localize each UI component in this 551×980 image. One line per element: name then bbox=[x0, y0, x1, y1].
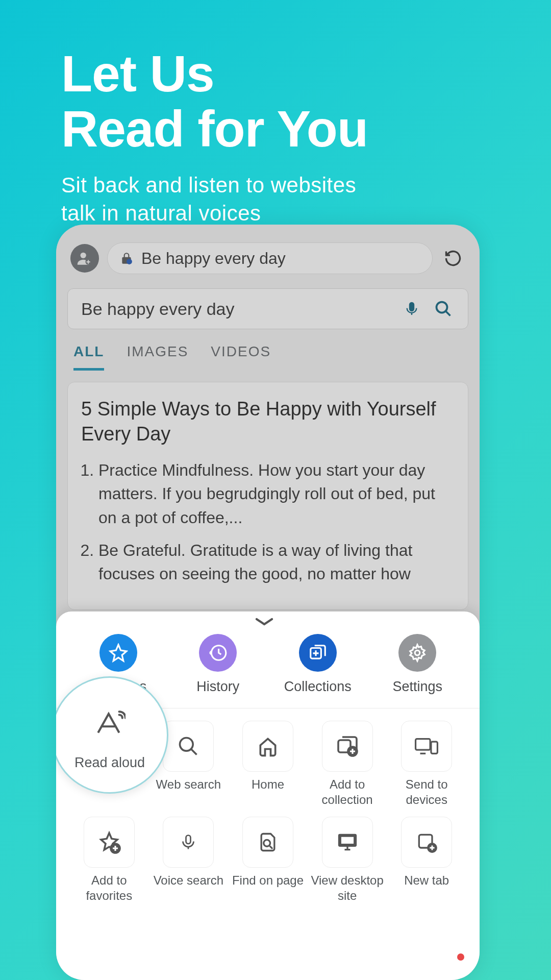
svg-point-8 bbox=[180, 738, 193, 751]
home-label: Home bbox=[252, 777, 284, 807]
read-aloud-icon bbox=[85, 700, 135, 747]
home-button[interactable]: Home bbox=[230, 721, 306, 807]
send-devices-label: Send to devices bbox=[389, 777, 464, 807]
tab-all[interactable]: ALL bbox=[73, 344, 104, 371]
promo-header: Let Us Read for You Sit back and listen … bbox=[0, 0, 551, 227]
reload-icon bbox=[444, 249, 462, 267]
search-icon bbox=[434, 300, 453, 318]
desktop-icon bbox=[322, 817, 373, 868]
voice-search-label: Voice search bbox=[154, 873, 223, 903]
settings-button[interactable]: Settings bbox=[382, 634, 453, 695]
svg-rect-17 bbox=[340, 836, 355, 845]
address-bar[interactable]: Be happy every day bbox=[107, 242, 433, 274]
phone-frame: Be happy every day Be happy every day AL… bbox=[56, 225, 480, 980]
new-tab-button[interactable]: New tab bbox=[389, 817, 464, 903]
reload-button[interactable] bbox=[441, 246, 465, 271]
svg-point-4 bbox=[437, 302, 447, 313]
collections-label: Collections bbox=[284, 679, 352, 695]
read-aloud-highlight[interactable]: Read aloud bbox=[56, 676, 168, 794]
view-desktop-label: View desktop site bbox=[310, 873, 385, 903]
site-lock-icon bbox=[120, 251, 133, 266]
new-tab-label: New tab bbox=[404, 873, 449, 903]
home-icon bbox=[242, 721, 293, 772]
find-page-label: Find on page bbox=[232, 873, 304, 903]
star-icon bbox=[99, 634, 137, 672]
search-input-text: Be happy every day bbox=[81, 299, 391, 319]
microphone-icon bbox=[404, 299, 420, 318]
hero-title: Let Us Read for You bbox=[61, 46, 490, 156]
result-title: 5 Simple Ways to Be Happy with Yourself … bbox=[81, 397, 455, 447]
view-desktop-site-button[interactable]: View desktop site bbox=[310, 817, 385, 903]
sheet-drag-handle[interactable] bbox=[253, 617, 283, 627]
web-search-label: Web search bbox=[156, 777, 221, 807]
add-favorites-label: Add to favorites bbox=[71, 873, 147, 903]
find-on-page-button[interactable]: Find on page bbox=[230, 817, 306, 903]
collections-button[interactable]: Collections bbox=[282, 634, 354, 695]
hero-subtitle: Sit back and listen to websites talk in … bbox=[61, 172, 490, 227]
address-bar-text: Be happy every day bbox=[141, 249, 286, 268]
star-add-icon bbox=[84, 817, 135, 868]
history-label: History bbox=[196, 679, 239, 695]
add-to-favorites-button[interactable]: Add to favorites bbox=[71, 817, 147, 903]
hero-title-line2: Read for You bbox=[61, 100, 368, 157]
devices-icon bbox=[401, 721, 452, 772]
svg-point-0 bbox=[81, 253, 86, 258]
svg-rect-12 bbox=[431, 742, 438, 753]
settings-label: Settings bbox=[392, 679, 442, 695]
search-icon bbox=[163, 721, 214, 772]
microphone-icon bbox=[163, 817, 214, 868]
browser-top-bar: Be happy every day bbox=[56, 225, 480, 283]
new-tab-icon bbox=[401, 817, 452, 868]
history-button[interactable]: History bbox=[182, 634, 254, 695]
read-aloud-label: Read aloud bbox=[74, 755, 145, 771]
history-icon bbox=[199, 634, 237, 672]
result-item: Practice Mindfulness. How you start your… bbox=[98, 458, 455, 529]
search-tabs: ALL IMAGES VIDEOS bbox=[56, 329, 480, 371]
person-add-icon bbox=[76, 250, 93, 267]
add-to-collection-button[interactable]: Add to collection bbox=[310, 721, 385, 807]
chevron-down-icon bbox=[253, 617, 276, 627]
hero-sub-line1: Sit back and listen to websites bbox=[61, 173, 356, 197]
tab-videos[interactable]: VIDEOS bbox=[211, 344, 271, 371]
voice-search-button[interactable]: Voice search bbox=[151, 817, 227, 903]
gear-icon bbox=[398, 634, 436, 672]
find-page-icon bbox=[242, 817, 293, 868]
send-to-devices-button[interactable]: Send to devices bbox=[389, 721, 464, 807]
svg-rect-3 bbox=[410, 303, 414, 311]
collections-icon bbox=[299, 634, 337, 672]
result-list: Practice Mindfulness. How you start your… bbox=[81, 458, 455, 586]
search-submit-button[interactable] bbox=[432, 298, 455, 320]
search-field[interactable]: Be happy every day bbox=[67, 288, 468, 329]
voice-input-button[interactable] bbox=[400, 298, 423, 320]
menu-sheet: Favorites History Collections Settings bbox=[56, 611, 480, 980]
svg-point-15 bbox=[264, 840, 270, 846]
hero-title-line1: Let Us bbox=[61, 45, 214, 102]
svg-point-7 bbox=[415, 650, 420, 655]
svg-rect-14 bbox=[186, 836, 191, 844]
collection-add-icon bbox=[322, 721, 373, 772]
profile-button[interactable] bbox=[70, 244, 99, 273]
hero-sub-line2: talk in natural voices bbox=[61, 201, 261, 225]
svg-point-2 bbox=[127, 259, 132, 264]
page-indicator-dot bbox=[457, 953, 464, 961]
tab-images[interactable]: IMAGES bbox=[127, 344, 188, 371]
search-result-card[interactable]: 5 Simple Ways to Be Happy with Yourself … bbox=[67, 382, 468, 610]
add-collection-label: Add to collection bbox=[310, 777, 385, 807]
svg-rect-11 bbox=[416, 739, 431, 750]
result-item: Be Grateful. Gratitude is a way of livin… bbox=[98, 538, 455, 586]
